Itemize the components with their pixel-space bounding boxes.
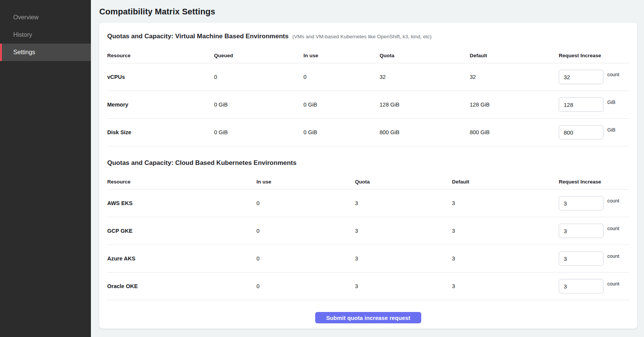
- unit-label: count: [607, 72, 619, 77]
- request-increase-input-aws-eks[interactable]: [559, 196, 603, 210]
- request-increase-input-vcpus[interactable]: [559, 70, 603, 84]
- default-value: 3: [452, 245, 559, 273]
- default-value: 800 GiB: [470, 119, 559, 146]
- submit-row: Submit quota increase request: [107, 312, 629, 323]
- resource-name: vCPUs: [107, 63, 214, 91]
- request-increase-cell: count: [559, 190, 629, 217]
- vm-section-heading: Quotas and Capacity: Virtual Machine Bas…: [107, 31, 629, 42]
- column-header-request-increase: Request Increase: [559, 48, 629, 63]
- column-header-in-use: In use: [303, 48, 380, 63]
- request-increase-cell: GiB: [559, 91, 629, 119]
- page-title: Compatibility Matrix Settings: [99, 7, 637, 17]
- in-use-value: 0: [256, 273, 355, 300]
- in-use-value: 0: [256, 245, 355, 273]
- main-content: Compatibility Matrix Settings Quotas and…: [91, 0, 644, 337]
- default-value: 3: [452, 273, 559, 300]
- request-increase-cell: count: [559, 63, 629, 91]
- column-header-default: Default: [470, 48, 559, 63]
- unit-label: count: [607, 198, 619, 204]
- in-use-value: 0: [256, 217, 355, 245]
- k8s-section-heading: Quotas and Capacity: Cloud Based Kuberne…: [107, 158, 629, 168]
- resource-name: GCP GKE: [107, 217, 256, 245]
- sidebar-item-label: Settings: [13, 49, 35, 56]
- request-increase-input-disk[interactable]: [559, 125, 603, 140]
- resource-name: Disk Size: [107, 119, 214, 146]
- vm-quota-table: Resource Queued In use Quota Default Req…: [107, 42, 629, 146]
- k8s-quota-table: Resource In use Quota Default Request In…: [107, 168, 629, 300]
- sidebar-item-settings[interactable]: Settings: [0, 44, 91, 61]
- quota-value: 128 GiB: [380, 91, 470, 119]
- unit-label: count: [607, 281, 619, 287]
- k8s-section-title: Quotas and Capacity: Cloud Based Kuberne…: [107, 158, 297, 168]
- column-header-quota: Quota: [380, 48, 470, 63]
- column-header-resource: Resource: [107, 174, 256, 190]
- sidebar: Overview History Settings: [0, 0, 91, 337]
- app-window: Overview History Settings Compatibility …: [0, 0, 644, 337]
- in-use-value: 0: [256, 190, 355, 217]
- request-increase-cell: count: [559, 245, 629, 273]
- default-value: 128 GiB: [470, 91, 559, 119]
- in-use-value: 0 GiB: [303, 91, 380, 119]
- default-value: 32: [470, 63, 559, 91]
- sidebar-item-label: History: [13, 31, 32, 38]
- sidebar-item-label: Overview: [13, 14, 39, 21]
- quota-value: 3: [355, 217, 452, 245]
- request-increase-input-oracle-oke[interactable]: [559, 279, 603, 293]
- column-header-in-use: In use: [256, 174, 355, 190]
- unit-label: GiB: [607, 127, 616, 133]
- unit-label: count: [607, 253, 619, 259]
- column-header-quota: Quota: [355, 174, 452, 190]
- quota-value: 3: [355, 245, 452, 273]
- queued-value: 0 GiB: [214, 119, 303, 146]
- vm-section-note: (VMs and VM-based Kubernetes like OpenSh…: [292, 31, 432, 42]
- queued-value: 0: [214, 63, 303, 91]
- settings-card: Quotas and Capacity: Virtual Machine Bas…: [99, 23, 637, 329]
- quota-value: 800 GiB: [380, 119, 470, 146]
- resource-name: Azure AKS: [107, 245, 256, 273]
- default-value: 3: [452, 190, 559, 217]
- quota-value: 3: [355, 273, 452, 300]
- sidebar-item-history[interactable]: History: [0, 26, 91, 44]
- request-increase-cell: count: [559, 217, 629, 245]
- request-increase-input-gcp-gke[interactable]: [559, 224, 603, 238]
- column-header-request-increase: Request Increase: [559, 174, 629, 190]
- submit-quota-increase-button[interactable]: Submit quota increase request: [315, 312, 421, 323]
- unit-label: count: [607, 226, 619, 231]
- sidebar-item-overview[interactable]: Overview: [0, 9, 91, 26]
- request-increase-cell: GiB: [559, 119, 629, 146]
- column-header-queued: Queued: [214, 48, 303, 63]
- request-increase-cell: count: [559, 273, 629, 300]
- request-increase-input-azure-aks[interactable]: [559, 251, 603, 266]
- column-header-resource: Resource: [107, 48, 214, 63]
- default-value: 3: [452, 217, 559, 245]
- queued-value: 0 GiB: [214, 91, 303, 119]
- resource-name: AWS EKS: [107, 190, 256, 217]
- quota-value: 3: [355, 190, 452, 217]
- in-use-value: 0 GiB: [303, 119, 380, 146]
- request-increase-input-memory[interactable]: [559, 97, 603, 112]
- vm-section-title: Quotas and Capacity: Virtual Machine Bas…: [107, 31, 289, 42]
- resource-name: Oracle OKE: [107, 273, 256, 300]
- column-header-default: Default: [452, 174, 559, 190]
- resource-name: Memory: [107, 91, 214, 119]
- unit-label: GiB: [607, 99, 616, 105]
- quota-value: 32: [380, 63, 470, 91]
- in-use-value: 0: [303, 63, 380, 91]
